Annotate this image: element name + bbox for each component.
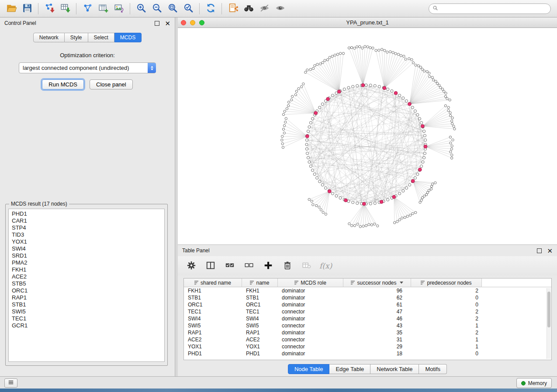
tab-select[interactable]: Select — [88, 33, 114, 42]
mcds-result-item[interactable]: STB1 — [9, 301, 164, 308]
chevron-down-icon — [400, 282, 403, 284]
table-cell: YOX1 — [184, 343, 242, 350]
control-panel: Control Panel ✕ NetworkStyleSelectMCDS O… — [0, 17, 175, 376]
style-preview-button[interactable] — [257, 2, 272, 16]
mcds-result-item[interactable]: RAP1 — [9, 294, 164, 301]
table-cell: STB1 — [184, 294, 242, 301]
delete-column-button[interactable] — [281, 259, 294, 272]
tab-node-table[interactable]: Node Table — [288, 364, 330, 374]
table-cell: 29 — [343, 343, 411, 350]
table-row[interactable]: STB1STB1dominator620 — [184, 294, 551, 301]
delete-table-button[interactable] — [300, 259, 313, 272]
mcds-result-item[interactable]: YOX1 — [9, 238, 164, 245]
mcds-result-item[interactable]: GCR1 — [9, 322, 164, 329]
run-mcds-button[interactable]: Run MCDS — [42, 79, 84, 89]
show-hide-button[interactable] — [273, 2, 287, 16]
column-header-shared-name[interactable]: shared name — [184, 279, 242, 287]
list-icon — [8, 379, 14, 387]
tab-style[interactable]: Style — [65, 33, 88, 42]
trash-icon — [283, 261, 292, 272]
float-panel-icon[interactable] — [155, 21, 159, 26]
mcds-result-item[interactable]: CAR1 — [9, 217, 164, 224]
select-all-columns-button[interactable] — [223, 259, 236, 272]
tab-network[interactable]: Network — [33, 33, 65, 42]
share-document-button[interactable] — [225, 2, 240, 16]
mcds-result-item[interactable]: SWI4 — [9, 245, 164, 252]
mcds-result-item[interactable]: SRD1 — [9, 252, 164, 259]
save-button[interactable] — [20, 2, 35, 16]
table-row[interactable]: PHD1PHD1dominator180 — [184, 350, 551, 357]
table-row[interactable]: YOX1YOX1connector291 — [184, 343, 551, 350]
tab-network-table[interactable]: Network Table — [370, 364, 419, 374]
close-panel-button[interactable]: Close panel — [90, 79, 133, 89]
table-cell: TEC1 — [242, 308, 278, 315]
open-folder-icon — [6, 3, 17, 15]
tab-motifs[interactable]: Motifs — [419, 364, 447, 374]
function-builder-label[interactable]: f(x) — [319, 261, 332, 270]
search-input[interactable] — [440, 5, 547, 12]
new-network-button[interactable] — [80, 2, 95, 16]
column-header-label: MCDS role — [301, 280, 326, 286]
search-icon — [432, 5, 440, 13]
mcds-result-item[interactable]: STP4 — [9, 224, 164, 231]
table-settings-button[interactable] — [185, 259, 198, 272]
deselect-all-columns-button[interactable] — [242, 259, 256, 272]
mcds-result-item[interactable]: SWI5 — [9, 308, 164, 315]
column-header-name[interactable]: name — [242, 279, 278, 287]
column-header-successor-nodes[interactable]: successor nodes — [343, 279, 411, 287]
import-network-button[interactable] — [42, 2, 57, 16]
close-table-panel-icon[interactable]: ✕ — [547, 249, 553, 253]
column-header-predecessor-nodes[interactable]: predecessor nodes — [411, 279, 482, 287]
export-image-button[interactable] — [111, 2, 126, 16]
zoom-fit-button[interactable] — [165, 2, 180, 16]
table-cell — [482, 287, 551, 294]
mcds-result-item[interactable]: PHD1 — [9, 210, 164, 217]
zoom-in-button[interactable] — [134, 2, 149, 16]
table-cell: 62 — [343, 294, 411, 301]
refresh-button[interactable] — [203, 2, 218, 16]
open-file-button[interactable] — [4, 2, 19, 16]
table-tabs: Node TableEdge TableNetwork TableMotifs — [178, 364, 557, 374]
table-row[interactable]: ACE2ACE2connector311 — [184, 336, 551, 343]
mcds-result-item[interactable]: TID3 — [9, 231, 164, 238]
table-row[interactable]: SWI5SWI5connector431 — [184, 322, 551, 329]
close-panel-icon[interactable]: ✕ — [165, 21, 170, 25]
mcds-result-item[interactable]: TEC1 — [9, 315, 164, 322]
table-row[interactable]: ORC1ORC1dominator610 — [184, 301, 551, 308]
table-row[interactable]: SWI4SWI4dominator462 — [184, 315, 551, 322]
column-header-MCDS-role[interactable]: MCDS role — [278, 279, 343, 287]
table-toolbar: f(x) — [178, 256, 557, 275]
network-titlebar: YPA_prune.txt_1 — [178, 17, 557, 28]
new-table-button[interactable] — [96, 2, 111, 16]
float-table-panel-icon[interactable] — [537, 248, 542, 253]
import-table-button[interactable] — [58, 2, 73, 16]
status-menu-button[interactable] — [4, 378, 17, 388]
memory-status-icon — [521, 381, 526, 385]
tab-edge-table[interactable]: Edge Table — [329, 364, 370, 374]
table-row[interactable]: RAP1RAP1dominator352 — [184, 329, 551, 336]
zoom-selected-button[interactable] — [181, 2, 196, 16]
create-column-button[interactable] — [262, 259, 275, 272]
mcds-result-item[interactable]: FKH1 — [9, 266, 164, 273]
table-row[interactable]: TEC1TEC1connector472 — [184, 308, 551, 315]
control-panel-tabs: NetworkStyleSelectMCDS — [0, 33, 175, 42]
mcds-result-list[interactable]: PHD1CAR1STP4TID3YOX1SWI4SRD1PMA2FKH1ACE2… — [8, 209, 165, 362]
memory-button[interactable]: Memory — [516, 378, 552, 388]
mcds-result-item[interactable]: ORC1 — [9, 287, 164, 294]
mcds-result-item[interactable]: PMA2 — [9, 259, 164, 266]
mcds-result-item[interactable]: STB5 — [9, 280, 164, 287]
table-row[interactable]: FKH1FKH1dominator962 — [184, 287, 551, 294]
mcds-result-item[interactable]: ACE2 — [9, 273, 164, 280]
table-cell: STB1 — [242, 294, 278, 301]
table-cell: connector — [278, 322, 343, 329]
show-columns-button[interactable] — [204, 259, 217, 272]
zoom-out-button[interactable] — [149, 2, 164, 16]
tab-mcds[interactable]: MCDS — [114, 33, 142, 42]
control-panel-header: Control Panel ✕ — [0, 17, 175, 29]
find-button[interactable] — [241, 2, 256, 16]
table-scrollbar-thumb[interactable] — [547, 292, 550, 327]
table-cell: SWI5 — [242, 322, 278, 329]
criterion-dropdown[interactable]: largest connected component (undirected) — [19, 62, 156, 73]
network-canvas-svg[interactable] — [178, 28, 557, 245]
table-scrollbar[interactable] — [547, 288, 551, 359]
